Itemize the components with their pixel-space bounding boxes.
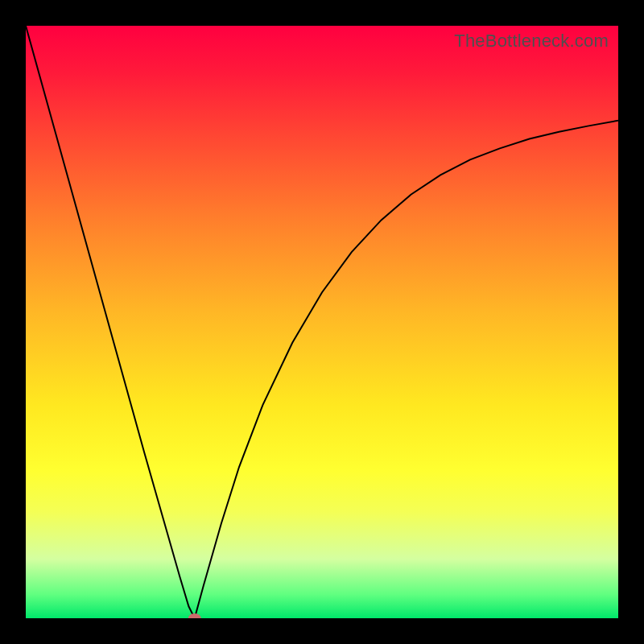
chart-frame: TheBottleneck.com	[0, 0, 644, 644]
optimal-point-marker	[188, 613, 201, 618]
curve-layer	[26, 26, 618, 618]
bottleneck-curve	[26, 26, 618, 618]
plot-area: TheBottleneck.com	[26, 26, 618, 618]
